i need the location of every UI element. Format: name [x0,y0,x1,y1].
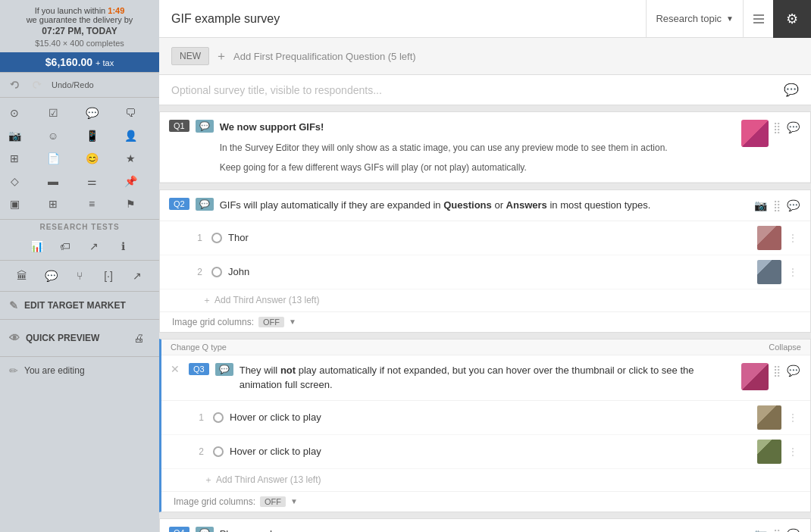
comment-icon: 💬 [784,83,799,97]
q2-answer-1-menu[interactable]: ⋮ [788,232,798,244]
price-per: $15.40 × 400 completes [8,39,152,48]
q1-text: We now support GIFs! In the Survey Edito… [220,120,735,174]
slider-icon-btn[interactable]: ▬ [42,171,64,192]
question-block-q2: Q2 💬 GIFs will play automatically if the… [159,189,811,333]
grid-icon-btn[interactable]: ⊞ [3,148,26,169]
bracket-icon-btn[interactable]: [·] [97,265,120,286]
q4-badge: Q4 [169,527,189,533]
q3-answer-1-radio[interactable] [213,412,224,423]
q3-answer-1-menu[interactable]: ⋮ [788,412,798,424]
q2-answer-2-menu[interactable]: ⋮ [788,266,798,278]
q3-header: ✕ Q3 💬 They will not play automatically … [161,355,810,401]
q3-answer-1: 1 Hover or click to play ⋮ [161,401,810,435]
undo-button[interactable] [6,76,24,94]
person-icon-btn[interactable]: 👤 [119,125,142,146]
q3-add-icon: ＋ [204,474,213,487]
q2-grid-dropdown-icon[interactable]: ▼ [289,318,296,326]
q2-comment-icon[interactable]: 💬 [785,198,801,213]
list-icon-btn[interactable]: ≡ [80,193,103,214]
q4-text: Please read: [220,527,747,533]
survey-title-input[interactable] [159,0,646,37]
q3-answer-2-text: Hover or click to play [230,446,751,457]
q3-answer-2-img [757,440,781,464]
q2-text: GIFs will play automatically if they are… [220,198,747,213]
location-icon-btn[interactable]: ◇ [3,171,26,192]
emoji-icon-btn[interactable]: 😊 [80,148,103,169]
edit-target-label: EDIT TARGET MARKET [24,300,126,311]
q1-right-icons: ⣿ 💬 [741,120,801,147]
export-icon-btn[interactable]: ↗ [126,265,149,286]
branch-icon-btn[interactable]: ⚌ [80,171,103,192]
q3-comment-icon[interactable]: 💬 [785,363,801,378]
q1-header: Q1 💬 We now support GIFs! In the Survey … [160,112,810,183]
pin-icon-btn[interactable]: 📌 [119,171,142,192]
q1-grid-icon[interactable]: ⣿ [772,120,782,135]
q3-delete-btn[interactable]: ✕ [171,363,180,375]
q2-answer-2: 2 John ⋮ [160,255,810,289]
bank-icon-btn[interactable]: 🏛 [11,265,33,286]
new-question-bar: NEW ＋ Add First Prequalification Questio… [159,38,811,75]
quick-preview-btn[interactable]: 👁 QUICK PREVIEW 🖨 [0,320,159,357]
flag-icon-btn[interactable]: ⚑ [119,193,142,214]
star-icon-btn[interactable]: ★ [119,148,142,169]
q2-camera-icon[interactable]: 📷 [753,198,769,213]
q2-answer-1: 1 Thor ⋮ [160,221,810,255]
tag-icon-btn[interactable]: 🏷 [54,236,77,257]
record-icon-btn[interactable]: ⊙ [3,102,26,124]
redo-icon [30,79,42,91]
q3-image [741,363,769,390]
q2-grid-icon[interactable]: ⣿ [772,198,782,213]
list-view-btn[interactable] [743,0,773,38]
q2-answer-1-radio[interactable] [211,233,222,243]
mobile-icon-btn[interactable]: 📱 [80,125,103,146]
q2-answer-2-text: John [228,266,751,277]
icon-toolbar-1: ⊙ ☑ 💬 🗨 📷 ☺ 📱 👤 ⊞ 📄 😊 ★ ◇ ▬ ⚌ 📌 ▣ ⊞ ≡ ⚑ [0,98,159,220]
edit-target-market-btn[interactable]: ✎ EDIT TARGET MARKET [0,292,159,320]
list-view-icon [752,12,766,26]
q3-grid-icon[interactable]: ⣿ [772,363,782,378]
time-display: 07:27 PM, TODAY [8,26,152,36]
quick-preview-label: QUICK PREVIEW [26,333,99,343]
sidebar: If you launch within 1:49 we guarantee t… [0,0,159,532]
countdown-timer: 1:49 [108,6,124,15]
research-topic-btn[interactable]: Research topic ▼ [646,0,743,37]
q1-comment-icon[interactable]: 💬 [785,120,801,135]
q3-grid-dropdown-icon[interactable]: ▼ [290,497,298,505]
bar-chart-icon-btn[interactable]: 📊 [25,236,48,257]
survey-title-placeholder: Optional survey title, visible to respon… [171,84,784,96]
svg-rect-1 [753,18,764,20]
chat2-icon-btn[interactable]: 💬 [39,265,62,286]
q3-answer-2-radio[interactable] [213,446,224,457]
qr-icon-btn[interactable]: ⊞ [42,193,64,214]
new-question-btn[interactable]: NEW [171,47,209,65]
checkbox-icon-btn[interactable]: ☑ [42,102,64,124]
q2-badge: Q2 [169,198,189,210]
q3-change-type-btn[interactable]: Change Q type [171,343,227,352]
comment-icon-btn[interactable]: 🗨 [119,102,142,124]
q2-answer-2-radio[interactable] [211,267,222,277]
dropdown-arrow-icon: ▼ [726,14,734,23]
redo-button[interactable] [27,76,45,94]
settings-btn[interactable]: ⚙ [773,0,811,38]
q3-collapse-btn[interactable]: Collapse [769,343,801,352]
research-icons: 📊 🏷 ↗ ℹ [0,233,159,261]
share-icon-btn[interactable]: ↗ [83,236,105,257]
q1-image [741,120,769,147]
total-price-btn[interactable]: $6,160.00 + tax [0,52,159,72]
fork-icon-btn[interactable]: ⑂ [68,265,91,286]
q4-camera-icon[interactable]: 📷 [753,527,769,533]
q3-answer-2-menu[interactable]: ⋮ [788,446,798,458]
chat-icon-btn[interactable]: 💬 [80,102,103,124]
doc-icon-btn[interactable]: 📄 [42,148,64,169]
q4-grid-icon[interactable]: ⣿ [772,527,782,533]
print-icon-btn[interactable]: 🖨 [127,327,150,349]
info-icon-btn[interactable]: ℹ [111,236,134,257]
q2-answer-1-text: Thor [228,232,751,243]
q3-add-answer[interactable]: ＋ Add Third Answer (13 left) [161,469,810,491]
scan-icon-btn[interactable]: ▣ [3,193,26,214]
q2-add-answer[interactable]: ＋ Add Third Answer (13 left) [160,289,810,311]
main-area: Research topic ▼ ⚙ NEW ＋ Add First Prequ… [159,0,811,532]
q4-comment-icon[interactable]: 💬 [785,527,801,533]
face-icon-btn[interactable]: ☺ [42,125,64,146]
camera-icon-btn[interactable]: 📷 [3,125,26,146]
